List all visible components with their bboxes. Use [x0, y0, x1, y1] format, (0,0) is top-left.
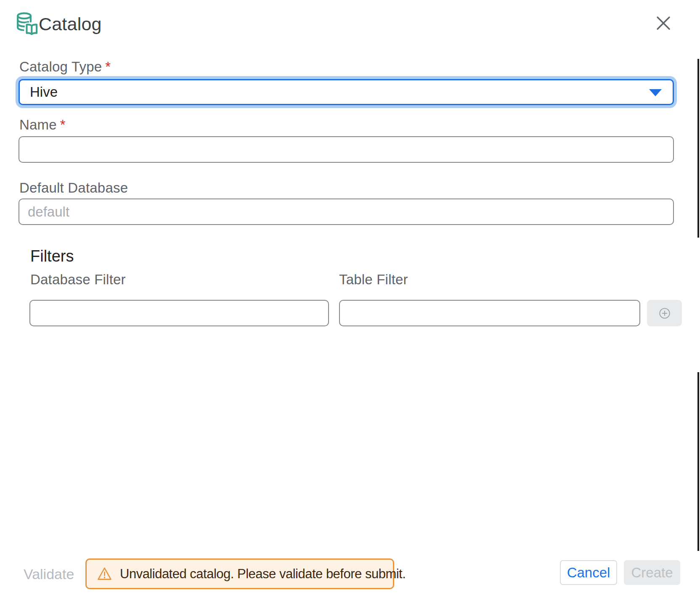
validate-button[interactable]: Validate — [24, 565, 74, 583]
window-edge-line — [697, 59, 699, 238]
catalog-type-label: Catalog Type* — [19, 59, 111, 75]
database-filter-label: Database Filter — [30, 272, 126, 288]
close-icon[interactable] — [653, 13, 674, 34]
catalog-type-value: Hive — [30, 84, 58, 100]
catalog-type-select[interactable]: Hive — [19, 79, 674, 105]
window-edge-line — [697, 372, 699, 551]
cancel-button[interactable]: Cancel — [560, 560, 617, 585]
warning-text: Unvalidated catalog. Please validate bef… — [120, 566, 406, 582]
database-book-icon — [15, 12, 40, 37]
required-asterisk: * — [105, 59, 111, 74]
default-database-input[interactable] — [19, 198, 674, 225]
required-asterisk: * — [60, 117, 66, 132]
table-filter-input[interactable] — [339, 300, 640, 326]
filters-heading: Filters — [30, 247, 74, 265]
create-button[interactable]: Create — [624, 560, 680, 585]
circled-plus-icon — [659, 307, 671, 319]
default-database-label: Default Database — [19, 180, 128, 196]
name-label: Name* — [19, 117, 66, 133]
chevron-down-icon — [649, 89, 662, 96]
warning-triangle-icon — [97, 566, 112, 581]
database-filter-input[interactable] — [29, 300, 329, 326]
validation-warning-banner: Unvalidated catalog. Please validate bef… — [85, 558, 394, 589]
name-input[interactable] — [19, 136, 674, 163]
dialog-title: Catalog — [39, 13, 102, 35]
table-filter-label: Table Filter — [339, 272, 408, 288]
add-filter-button[interactable] — [647, 300, 682, 326]
